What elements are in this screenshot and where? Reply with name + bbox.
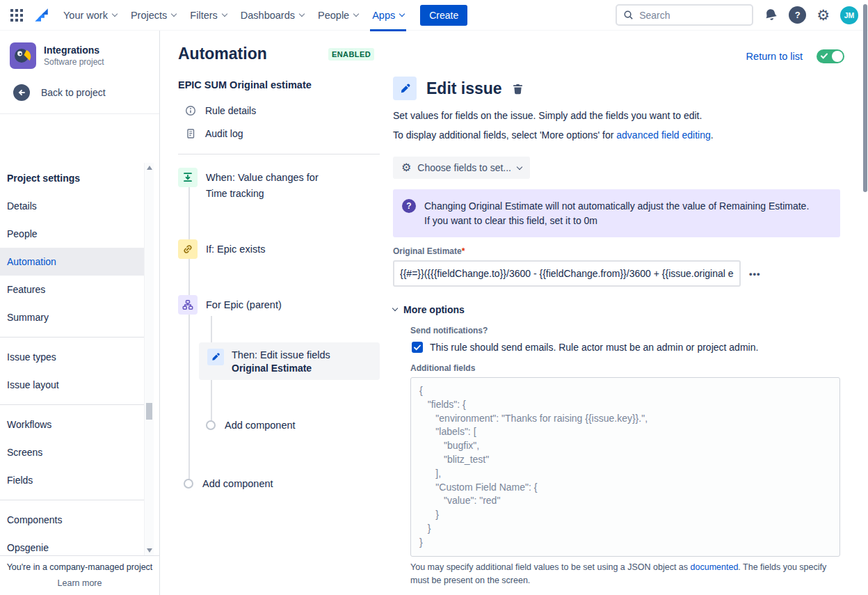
- gear-icon: ⚙: [401, 162, 411, 173]
- sidebar-item-workflows[interactable]: Workflows: [0, 411, 144, 438]
- documented-link[interactable]: documented: [691, 562, 739, 572]
- edit-issue-panel: Edit issue Set values for fields on the …: [393, 77, 840, 587]
- sidebar-footer: You're in a company-managed project Lear…: [0, 555, 159, 595]
- search-box[interactable]: [616, 4, 753, 26]
- delete-action-trash-icon[interactable]: [512, 83, 524, 95]
- condition-label: If: Epic exists: [206, 239, 265, 259]
- sidebar-item-screens[interactable]: Screens: [0, 438, 144, 466]
- sidebar-item-components[interactable]: Components: [0, 506, 144, 534]
- scroll-up-arrow-icon[interactable]: [147, 166, 152, 170]
- sidebar-item-people[interactable]: People: [0, 220, 144, 248]
- add-component-branch[interactable]: Add component: [206, 420, 296, 431]
- action-label: Then: Edit issue fields: [232, 349, 330, 362]
- rule-divider: [178, 154, 380, 154]
- jira-logo-icon[interactable]: [31, 5, 51, 26]
- branch-label: For Epic (parent): [206, 295, 282, 315]
- trigger-sublabel: Time tracking: [206, 187, 319, 200]
- chain-item-trigger[interactable]: When: Value changes for Time tracking: [178, 168, 319, 200]
- scrollbar-thumb[interactable]: [146, 403, 152, 420]
- project-settings-menu: Project settings Details People Automati…: [0, 164, 144, 555]
- search-icon: [623, 10, 634, 20]
- page-scrollbar-thumb[interactable]: [863, 4, 867, 192]
- back-to-project[interactable]: Back to project: [0, 77, 159, 113]
- info-line-2: If you want to clear this field, set it …: [424, 214, 809, 228]
- rule-details-link[interactable]: Rule details: [178, 99, 380, 122]
- chevron-down-icon: [222, 11, 227, 17]
- nav-label: Filters: [190, 10, 217, 21]
- nav-people[interactable]: People: [312, 4, 364, 26]
- more-actions-ellipsis-icon[interactable]: •••: [749, 269, 761, 279]
- project-title-block: Integrations Software project: [44, 45, 104, 67]
- chain-item-action-selected[interactable]: Then: Edit issue fields Original Estimat…: [199, 342, 380, 380]
- toggle-knob: [832, 51, 843, 62]
- additional-fields-label: Additional fields: [410, 363, 840, 373]
- add-component-circle-icon: [206, 420, 216, 430]
- scroll-down-arrow-icon[interactable]: [147, 548, 152, 553]
- link-icon: [178, 239, 198, 259]
- chevron-down-icon: [171, 11, 177, 17]
- action-sublabel: Original Estimate: [232, 362, 330, 375]
- menu-divider: [0, 500, 144, 500]
- audit-log-icon: [185, 128, 196, 139]
- chevron-down-icon: [353, 11, 359, 17]
- app-switcher-icon[interactable]: [7, 6, 26, 25]
- advanced-field-editing-link[interactable]: advanced field editing: [616, 129, 710, 141]
- rule-summary-column: EPIC SUM Original estimate Rule details …: [178, 79, 380, 154]
- sidebar-item-features[interactable]: Features: [0, 276, 144, 303]
- pencil-icon: [393, 77, 417, 100]
- learn-more-link[interactable]: Learn more: [58, 578, 102, 588]
- desc2-period: .: [711, 129, 714, 141]
- original-estimate-label: Original Estimate*: [393, 246, 840, 256]
- settings-gear-icon[interactable]: ⚙: [817, 8, 830, 22]
- project-sidebar: Integrations Software project Back to pr…: [0, 31, 160, 595]
- return-to-list-link[interactable]: Return to list: [746, 51, 803, 62]
- sidebar-item-details[interactable]: Details: [0, 192, 144, 220]
- choose-fields-button[interactable]: ⚙ Choose fields to set...: [393, 157, 530, 179]
- nav-your-work[interactable]: Your work: [57, 4, 123, 26]
- add-component-root[interactable]: Add component: [184, 478, 273, 489]
- help-text: You may specify additional field values …: [410, 562, 691, 572]
- chevron-down-icon: [399, 11, 405, 17]
- rule-details-label: Rule details: [205, 105, 256, 116]
- sidebar-scrollbar[interactable]: [144, 163, 154, 555]
- nav-apps[interactable]: Apps: [366, 4, 410, 26]
- check-icon: [414, 344, 421, 351]
- nav-dashboards[interactable]: Dashboards: [234, 4, 310, 26]
- user-avatar[interactable]: JM: [840, 6, 858, 24]
- project-type: Software project: [44, 57, 104, 67]
- additional-fields-textarea[interactable]: { "fields": { "environment": "Thanks for…: [410, 377, 840, 557]
- sidebar-item-issue-layout[interactable]: Issue layout: [0, 371, 144, 399]
- original-estimate-input[interactable]: [393, 260, 741, 287]
- more-options-toggle[interactable]: More options: [393, 304, 840, 315]
- nav-label: Apps: [372, 10, 395, 21]
- trigger-label: When: Value changes for: [206, 168, 319, 187]
- notifications-bell-icon[interactable]: [762, 6, 780, 24]
- sidebar-item-automation[interactable]: Automation: [0, 248, 144, 276]
- nav-filters[interactable]: Filters: [184, 4, 232, 26]
- audit-log-link[interactable]: Audit log: [178, 122, 380, 145]
- nav-right-group: ? ⚙ JM: [616, 4, 858, 26]
- sidebar-item-summary[interactable]: Summary: [0, 303, 144, 331]
- sidebar-item-fields[interactable]: Fields: [0, 466, 144, 494]
- branch-hierarchy-icon: [178, 295, 198, 315]
- managed-project-note: You're in a company-managed project: [0, 562, 159, 572]
- sidebar-item-issue-types[interactable]: Issue types: [0, 343, 144, 371]
- send-emails-checkbox[interactable]: [412, 342, 423, 353]
- project-header: Integrations Software project: [0, 31, 159, 77]
- chain-item-condition[interactable]: If: Epic exists: [178, 239, 265, 259]
- sidebar-item-opsgenie[interactable]: Opsgenie: [0, 534, 144, 555]
- nav-projects[interactable]: Projects: [124, 4, 182, 26]
- back-label: Back to project: [41, 87, 106, 98]
- chain-item-branch[interactable]: For Epic (parent): [178, 295, 282, 315]
- help-icon[interactable]: ?: [789, 6, 806, 24]
- info-message-text: Changing Original Estimate will not auto…: [424, 199, 809, 228]
- rule-enabled-toggle[interactable]: [817, 49, 844, 63]
- check-icon: [821, 53, 828, 59]
- page-scrollbar[interactable]: [862, 0, 868, 595]
- menu-divider: [0, 404, 144, 405]
- info-line-1: Changing Original Estimate will not auto…: [424, 199, 809, 214]
- chevron-down-icon: [517, 164, 522, 169]
- create-button[interactable]: Create: [420, 5, 467, 26]
- send-emails-label[interactable]: This rule should send emails. Rule actor…: [430, 342, 758, 353]
- search-input[interactable]: [639, 10, 737, 21]
